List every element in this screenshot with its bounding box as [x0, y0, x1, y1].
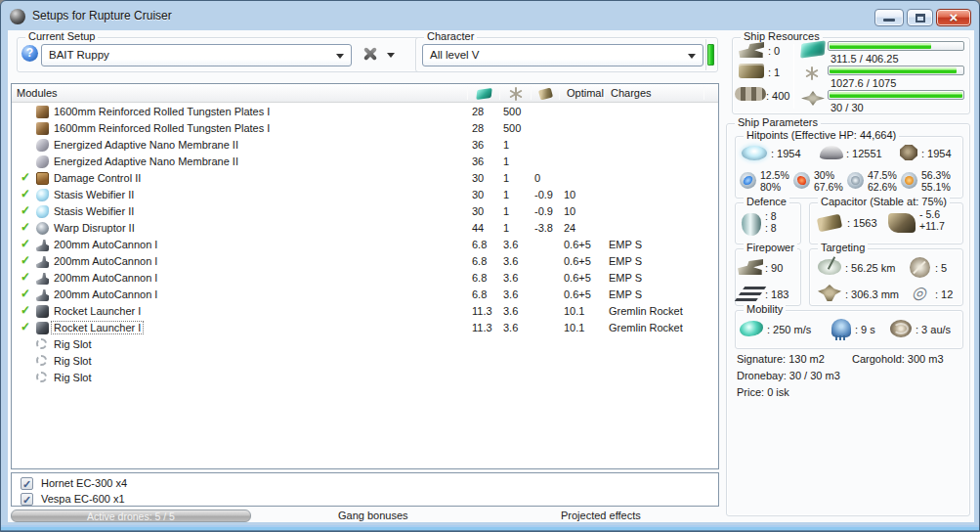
module-optimal: 10: [564, 189, 575, 200]
module-powergrid: 1: [503, 222, 509, 234]
cpu-bar: [828, 41, 964, 51]
shield-hp-value: : 1954: [771, 148, 801, 159]
titlebar[interactable]: Setups for Rupture Cruiser ×: [1, 1, 979, 30]
cpu-value: 311.5 / 406.25: [831, 53, 899, 65]
calibration-icon: [735, 87, 766, 101]
hitpoints-label: Hitpoints (Effective HP: 44,664): [744, 129, 899, 141]
module-row[interactable]: Energized Adaptive Nano Membrane II361: [12, 154, 718, 170]
module-powergrid: 3.6: [503, 272, 518, 284]
column-charges[interactable]: Charges: [611, 87, 652, 99]
character-combobox-value: All level V: [430, 49, 480, 61]
shield-icon: [742, 146, 767, 160]
active-drones-bar[interactable]: Active drones: 5 / 5: [11, 510, 251, 522]
app-icon: [10, 9, 25, 24]
close-button[interactable]: ×: [936, 9, 971, 26]
column-modules[interactable]: Modules: [17, 87, 58, 99]
module-row[interactable]: 1600mm Reinforced Rolled Tungsten Plates…: [12, 120, 718, 137]
warp-disruptor-icon: [36, 222, 49, 235]
kinetic-resist-icon: [847, 172, 864, 189]
module-row[interactable]: ✓200mm AutoCannon I6.83.60.6+5EMP S: [12, 237, 718, 253]
module-powergrid: 500: [503, 106, 521, 117]
projected-effects-header[interactable]: Projected effects: [561, 510, 641, 521]
capacitor-amount: : 1563: [847, 217, 877, 229]
module-row[interactable]: ✓Warp Disruptor II441-3.824: [12, 220, 718, 237]
module-row[interactable]: Rig Slot: [12, 353, 718, 370]
resist-cell-kinetic: 47.5%62.6%: [847, 168, 900, 196]
mobility-label: Mobility: [744, 303, 786, 315]
module-row[interactable]: Rig Slot: [12, 370, 718, 386]
powergrid-value: 1027.6 / 1075: [831, 77, 896, 89]
module-charge: Gremlin Rocket: [609, 322, 683, 333]
capacitor-group: Capacitor (Stable at: 75%) : 1563 - 5.6+…: [809, 202, 963, 244]
capacitor-column-icon[interactable]: [538, 87, 553, 100]
module-powergrid: 1: [503, 139, 509, 151]
minimize-button[interactable]: [874, 9, 904, 26]
window: Setups for Rupture Cruiser × Current Set…: [0, 0, 980, 532]
module-row[interactable]: ✓200mm AutoCannon I6.83.60.6+5EMP S: [12, 253, 718, 270]
turret-dps-value: : 90: [765, 262, 783, 274]
module-name: Stasis Webifier II: [54, 189, 134, 200]
em-resist-icon: [740, 172, 756, 189]
calibration-value: : 400: [766, 90, 789, 102]
active-check-icon: ✓: [21, 203, 30, 217]
module-optimal: 10: [564, 205, 575, 217]
turret-hardpoints-value: : 0: [768, 45, 780, 57]
module-row[interactable]: Rig Slot: [12, 336, 718, 353]
module-row[interactable]: 1600mm Reinforced Rolled Tungsten Plates…: [12, 104, 718, 120]
max-velocity-value: : 250 m/s: [767, 324, 811, 335]
module-charge: EMP S: [609, 239, 642, 250]
setup-combobox[interactable]: BAIT Ruppy: [41, 44, 352, 66]
drone-checkbox[interactable]: ✓: [21, 493, 33, 506]
module-name: 1600mm Reinforced Rolled Tungsten Plates…: [54, 122, 270, 134]
module-name: 200mm AutoCannon I: [54, 239, 157, 250]
module-powergrid: 1: [503, 155, 509, 167]
drone-checkbox[interactable]: ✓: [21, 477, 33, 490]
rig-slot-icon: [36, 355, 47, 366]
module-cpu: 11.3: [472, 305, 492, 317]
structure-icon: [900, 145, 917, 160]
price-stat: Price: 0 isk: [737, 386, 789, 398]
module-row[interactable]: ✓200mm AutoCannon I6.83.60.6+5EMP S: [12, 287, 718, 303]
mobility-group: Mobility : 250 m/s : 9 s : 3 au/s: [735, 310, 963, 349]
module-row[interactable]: ✓Stasis Webifier II301-0.910: [12, 203, 718, 220]
active-check-icon: ✓: [21, 320, 30, 333]
gang-bonuses-header[interactable]: Gang bonuses: [338, 510, 408, 521]
explosive-resist-values: 56.3%55.1%: [921, 169, 951, 193]
stasis-web-icon: [36, 205, 49, 218]
sensor-strength-value: : 12: [935, 288, 953, 300]
structure-hp-value: : 1954: [921, 148, 952, 159]
module-powergrid: 1: [503, 205, 509, 217]
firepower-group: Firepower : 90 : 183: [735, 248, 801, 306]
module-row[interactable]: ✓Rocket Launcher I11.33.610.1Gremlin Roc…: [12, 320, 718, 336]
armor-plate-icon: [36, 106, 49, 118]
character-group: Character All level V: [415, 37, 718, 72]
column-optimal[interactable]: Optimal: [567, 87, 604, 99]
maximize-button[interactable]: [907, 9, 933, 26]
help-icon[interactable]: ?: [21, 45, 38, 62]
warp-speed-value: : 3 au/s: [916, 324, 951, 335]
module-row[interactable]: ✓Damage Control II3010: [12, 170, 718, 187]
powergrid-column-icon[interactable]: [509, 87, 523, 101]
nano-membrane-icon: [36, 155, 49, 168]
defence-label: Defence: [744, 196, 789, 207]
module-row[interactable]: ✓Rocket Launcher I11.33.610.1Gremlin Roc…: [12, 303, 718, 320]
module-row[interactable]: ✓Stasis Webifier II301-0.910: [12, 187, 718, 203]
module-cpu: 36: [472, 139, 484, 151]
module-powergrid: 500: [503, 122, 521, 134]
module-cap-use: 0: [534, 172, 540, 184]
window-frame-bottom: [1, 522, 979, 531]
active-check-icon: ✓: [21, 303, 30, 317]
setup-tools-dropdown-icon[interactable]: [387, 53, 395, 58]
module-row[interactable]: Energized Adaptive Nano Membrane II361: [12, 137, 718, 154]
module-cpu: 44: [472, 222, 484, 234]
thermal-resist-values: 30%67.6%: [814, 169, 843, 193]
drone-label: Vespa EC-600 x1: [41, 493, 125, 505]
max-velocity-icon: [740, 321, 763, 336]
module-row[interactable]: ✓200mm AutoCannon I6.83.60.6+5EMP S: [12, 270, 718, 287]
character-combobox[interactable]: All level V: [422, 44, 703, 66]
setup-tools-icon[interactable]: [360, 46, 379, 62]
cpu-column-icon[interactable]: [476, 88, 491, 100]
module-cpu: 6.8: [472, 255, 487, 267]
active-check-icon: ✓: [21, 237, 30, 250]
module-charge: Gremlin Rocket: [609, 305, 683, 317]
